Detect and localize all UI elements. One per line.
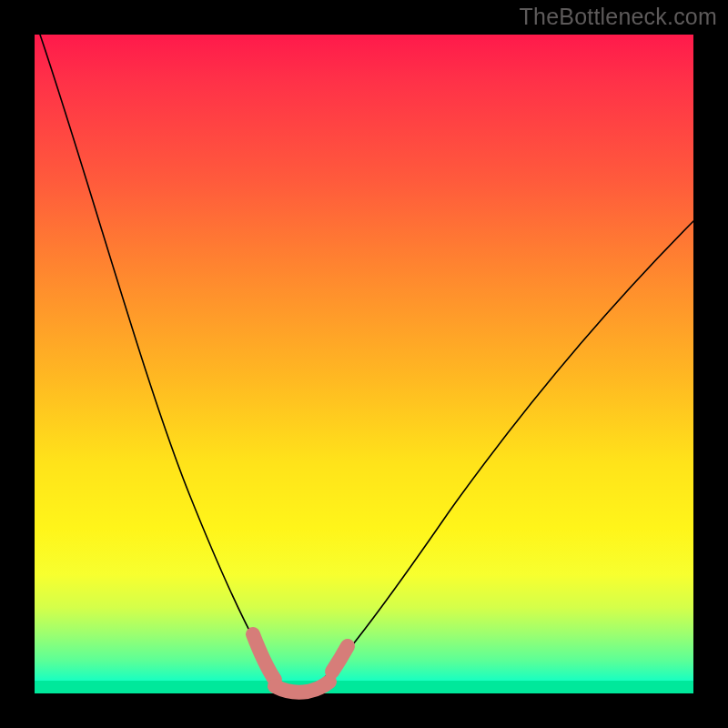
curve-layer	[35, 35, 693, 693]
left-descending-curve	[40, 35, 298, 693]
right-ascending-curve	[298, 221, 693, 693]
highlight-left-segment	[253, 634, 275, 680]
highlight-bottom-segment	[275, 682, 329, 693]
chart-frame: TheBottleneck.com	[0, 0, 728, 728]
plot-area	[35, 35, 693, 693]
highlight-right-segment	[332, 646, 348, 672]
watermark-text: TheBottleneck.com	[520, 4, 717, 30]
